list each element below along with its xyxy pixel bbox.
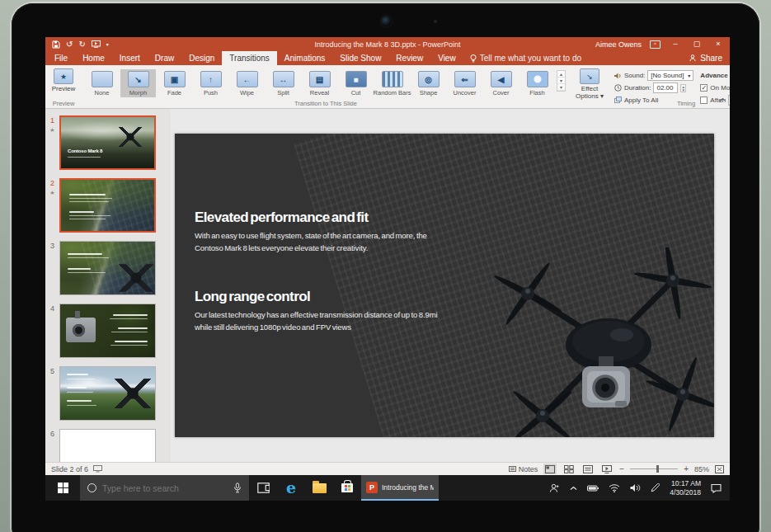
taskbar-clock[interactable]: 10:17 AM 4/30/2018 <box>670 479 701 497</box>
transition-cut[interactable]: ■Cut <box>338 69 374 97</box>
taskbar-search[interactable] <box>80 475 249 501</box>
display-status-icon[interactable] <box>93 465 102 473</box>
edge-browser-button[interactable]: e <box>277 475 305 501</box>
microphone-icon[interactable] <box>233 483 242 493</box>
transition-shape-icon: ◎ <box>418 71 440 87</box>
transition-wipe[interactable]: ←Wipe <box>229 69 265 97</box>
sound-select[interactable]: [No Sound]▾ <box>647 70 693 81</box>
transition-uncover-icon: ⇐ <box>454 71 476 87</box>
reading-view-button[interactable] <box>581 464 595 474</box>
qat-customize-icon[interactable]: ▾ <box>106 40 109 49</box>
slide-sorter-view-button[interactable] <box>562 464 576 474</box>
thumbnail-slide-5[interactable]: 5 <box>45 366 171 421</box>
tab-file[interactable]: File <box>47 51 75 65</box>
checkbox-checked-icon: ✓ <box>700 84 708 92</box>
undo-icon[interactable]: ↺ <box>66 40 73 49</box>
start-from-beginning-icon[interactable] <box>92 40 101 48</box>
effect-options-button[interactable]: ↘ Effect Options ▾ <box>572 68 607 101</box>
transition-split[interactable]: ↔Split <box>266 69 301 97</box>
cortana-icon <box>87 483 96 492</box>
wifi-icon[interactable] <box>609 483 620 492</box>
thumbnail-image-6 <box>59 429 156 462</box>
zoom-slider[interactable] <box>630 468 678 469</box>
battery-icon[interactable] <box>587 485 599 492</box>
microsoft-store-button[interactable] <box>333 475 361 501</box>
start-button[interactable] <box>45 475 80 501</box>
thumbnail-image-3 <box>59 241 156 295</box>
share-button[interactable]: Share <box>689 51 730 65</box>
signed-in-user[interactable]: Aimee Owens <box>595 40 642 49</box>
transition-flash[interactable]: Flash <box>519 69 555 97</box>
save-icon[interactable] <box>52 40 60 49</box>
people-icon[interactable] <box>549 483 560 493</box>
slide-show-view-button[interactable] <box>600 464 614 474</box>
store-bag-icon <box>341 483 353 492</box>
transition-reveal[interactable]: ▤Reveal <box>302 69 337 97</box>
minimize-button[interactable]: – <box>669 38 682 50</box>
transition-fade[interactable]: ▣Fade <box>157 69 192 97</box>
ribbon-display-options-icon[interactable]: ^ <box>650 40 661 49</box>
redo-icon[interactable]: ↻ <box>78 40 85 49</box>
tab-design[interactable]: Design <box>181 51 222 65</box>
powerpoint-taskbar-button[interactable]: P Introducing the Ma... <box>361 475 439 501</box>
file-explorer-button[interactable] <box>305 475 333 501</box>
transition-none[interactable]: None <box>84 69 120 97</box>
thumbnail-slide-3[interactable]: 3 <box>45 241 171 295</box>
fit-slide-to-window-icon[interactable] <box>715 465 724 473</box>
transition-wipe-icon: ← <box>237 71 258 87</box>
thumbnail-slide-2[interactable]: 2★ <box>45 178 171 233</box>
duration-spinner[interactable]: ▴▾ <box>680 84 686 92</box>
slide-text-block-2[interactable]: Long range control Our latest technology… <box>195 289 467 333</box>
transition-random-bars[interactable]: Random Bars <box>374 69 410 97</box>
tell-me-box[interactable]: Tell me what you want to do <box>463 51 588 65</box>
slide-canvas[interactable]: Elevated performance and fit With an eas… <box>175 134 714 437</box>
transition-cut-icon: ■ <box>346 71 367 87</box>
sound-icon <box>614 73 622 79</box>
zoom-percentage[interactable]: 85% <box>694 465 709 473</box>
thumbnail-image-1: Contoso Mark 8 <box>59 115 156 170</box>
transition-push[interactable]: ↑Push <box>193 69 228 97</box>
action-center-icon[interactable] <box>711 483 722 493</box>
pen-icon[interactable] <box>651 483 660 492</box>
tab-transitions[interactable]: Transitions <box>222 51 277 65</box>
duration-input[interactable]: 02.00 <box>653 82 678 93</box>
zoom-in-button[interactable]: + <box>684 464 689 473</box>
tab-insert[interactable]: Insert <box>112 51 148 65</box>
search-input[interactable] <box>102 483 209 493</box>
close-button[interactable]: × <box>712 38 725 50</box>
tab-view[interactable]: View <box>430 51 463 65</box>
tray-expand-chevron-icon[interactable] <box>570 486 577 491</box>
timing-group-label: Timing <box>609 100 730 107</box>
transition-cover[interactable]: ◀Cover <box>483 69 519 97</box>
transition-shape[interactable]: ◎Shape <box>411 69 446 97</box>
effect-options-container: ↘ Effect Options ▾ <box>570 65 609 108</box>
thumbnail-slide-4[interactable]: 4 <box>45 304 171 358</box>
transition-star-icon: ★ <box>45 127 59 134</box>
tab-slide-show[interactable]: Slide Show <box>332 51 388 65</box>
windows-taskbar: e P Introducing the Ma... 10:17 AM 4/30/… <box>45 475 730 501</box>
collapse-ribbon-button[interactable] <box>719 91 726 106</box>
normal-view-button[interactable] <box>543 464 557 474</box>
tab-animations[interactable]: Animations <box>277 51 332 65</box>
tab-review[interactable]: Review <box>388 51 430 65</box>
tab-draw[interactable]: Draw <box>148 51 181 65</box>
zoom-out-button[interactable]: − <box>619 464 624 473</box>
slide-editor-area: Elevated performance and fit With an eas… <box>171 109 730 462</box>
thumbnail-slide-1[interactable]: 1★ Contoso Mark 8 <box>45 115 171 170</box>
preview-button[interactable]: ★ Preview <box>48 68 79 93</box>
ribbon-tab-bar: File Home Insert Draw Design Transitions… <box>45 51 730 65</box>
clock-time: 10:17 AM <box>670 479 701 488</box>
task-view-button[interactable] <box>249 475 277 501</box>
maximize-button[interactable]: ▢ <box>690 38 703 50</box>
transition-split-icon: ↔ <box>273 71 294 87</box>
notes-button[interactable]: Notes <box>509 465 538 473</box>
status-bar: Slide 2 of 6 Notes − <box>45 462 730 475</box>
slide-text-block-1[interactable]: Elevated performance and fit With an eas… <box>195 210 467 254</box>
tab-home[interactable]: Home <box>75 51 112 65</box>
zoom-slider-thumb[interactable] <box>656 465 659 473</box>
thumbnail-slide-6[interactable]: 6 <box>45 429 171 462</box>
transition-uncover[interactable]: ⇐Uncover <box>447 69 482 97</box>
transition-morph[interactable]: ↘Morph <box>120 69 156 97</box>
gallery-scrollbar[interactable]: ▴ ▾ ▾ <box>557 70 566 92</box>
volume-icon[interactable] <box>630 483 641 492</box>
